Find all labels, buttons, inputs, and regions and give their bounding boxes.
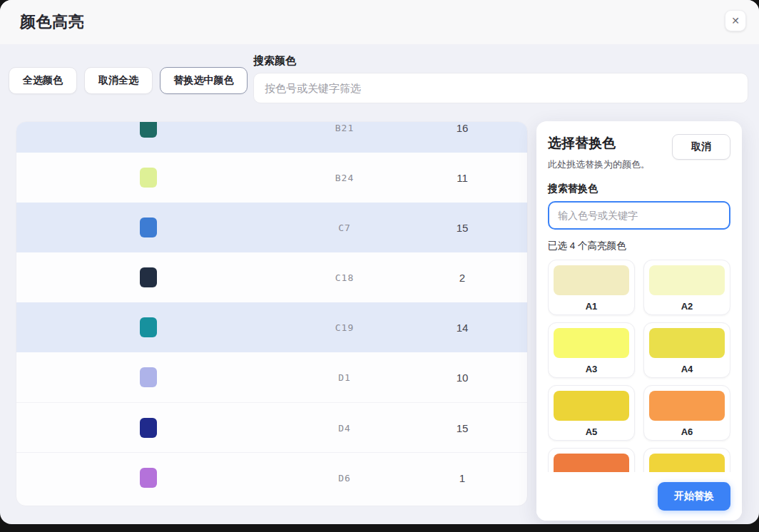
row-color-code: C7: [300, 222, 389, 233]
color-search-label: 搜索颜色: [253, 54, 748, 68]
deselect-all-button[interactable]: 取消全选: [84, 67, 153, 94]
color-highlight-dialog: 颜色高亮 ✕ 全选颜色 取消全选 替换选中颜色 搜索颜色 B21 16 B24 …: [0, 0, 759, 524]
replace-panel-titles: 选择替换色 此处挑选替换为的颜色。: [548, 134, 650, 172]
row-color-code: B24: [300, 173, 389, 183]
toolbar-buttons: 全选颜色 取消全选 替换选中颜色: [9, 67, 248, 94]
replacement-color-label: A3: [554, 364, 629, 374]
row-color-count: 2: [437, 272, 487, 284]
color-search-input[interactable]: [253, 73, 748, 103]
replacement-color-card[interactable]: A1: [548, 260, 635, 315]
replace-panel-header: 选择替换色 此处挑选替换为的颜色。 取消: [548, 134, 730, 172]
row-color-count: 14: [437, 322, 487, 334]
row-color-swatch: [140, 367, 157, 387]
replacement-color-label: A4: [649, 364, 725, 374]
replacement-color-swatch: [649, 265, 725, 295]
dialog-title: 颜色高亮: [20, 11, 84, 33]
replacement-color-label: A6: [649, 426, 725, 437]
row-color-swatch: [140, 168, 157, 188]
color-search-block: 搜索颜色: [253, 54, 748, 103]
row-color-code: C19: [300, 322, 389, 333]
row-color-count: 1: [437, 471, 487, 484]
close-icon: ✕: [731, 15, 740, 26]
color-row[interactable]: D6 1: [16, 452, 527, 502]
replace-panel: 选择替换色 此处挑选替换为的颜色。 取消 搜索替换色 已选 4 个高亮颜色 A1…: [536, 121, 742, 521]
replacement-color-card[interactable]: A4: [643, 322, 730, 378]
replacement-color-label: A1: [554, 301, 629, 312]
color-row[interactable]: B21 16: [16, 121, 527, 153]
selected-count-text: 已选 4 个高亮颜色: [548, 240, 730, 252]
row-color-swatch: [140, 218, 157, 237]
replacement-color-card[interactable]: A2: [643, 260, 730, 315]
color-row[interactable]: D4 15: [16, 402, 527, 452]
replacement-color-card[interactable]: A6: [643, 385, 730, 441]
row-color-swatch: [140, 267, 157, 287]
row-color-count: 10: [437, 372, 487, 384]
replacement-color-card[interactable]: A3: [548, 322, 635, 378]
replacement-color-swatch: [554, 454, 629, 472]
select-all-colors-button[interactable]: 全选颜色: [9, 67, 77, 94]
dialog-header: 颜色高亮 ✕: [0, 0, 759, 44]
color-list: B21 16 B24 11 C7 15 C18 2 C19 14 D1 10 D…: [16, 121, 528, 506]
toolbar: 全选颜色 取消全选 替换选中颜色 搜索颜色: [9, 54, 748, 103]
row-color-code: B21: [300, 123, 389, 133]
row-color-code: C18: [300, 272, 389, 283]
replacement-color-swatch: [649, 454, 725, 472]
row-color-swatch: [140, 121, 157, 138]
row-color-count: 16: [437, 122, 487, 134]
row-color-count: 15: [437, 222, 487, 234]
replacement-grid: A1 A2 A3 A4 A5 A6: [548, 260, 730, 472]
row-color-count: 15: [437, 421, 487, 434]
replace-selected-colors-button[interactable]: 替换选中颜色: [160, 67, 248, 94]
dialog-content: B21 16 B24 11 C7 15 C18 2 C19 14 D1 10 D…: [16, 121, 742, 521]
row-color-swatch: [140, 468, 157, 488]
replace-panel-subtitle: 此处挑选替换为的颜色。: [548, 158, 650, 172]
replacement-color-swatch: [554, 391, 629, 421]
replace-search-label: 搜索替换色: [548, 183, 730, 195]
close-button[interactable]: ✕: [725, 10, 746, 31]
start-replace-button[interactable]: 开始替换: [658, 482, 730, 511]
replacement-color-card[interactable]: [548, 448, 635, 472]
replace-panel-footer: 开始替换: [536, 472, 742, 521]
replacement-color-card[interactable]: A5: [548, 385, 635, 441]
row-color-swatch: [140, 418, 157, 438]
color-row[interactable]: B24 11: [16, 153, 527, 203]
row-color-code: D6: [300, 472, 389, 483]
replacement-color-label: A2: [649, 301, 725, 312]
replace-search-input[interactable]: [548, 201, 730, 230]
replacement-color-swatch: [649, 328, 725, 358]
color-row[interactable]: C19 14: [16, 302, 527, 352]
row-color-code: D1: [300, 372, 389, 383]
row-color-code: D4: [300, 422, 389, 433]
cancel-button[interactable]: 取消: [672, 134, 730, 160]
replacement-color-swatch: [649, 391, 725, 421]
row-color-swatch: [140, 317, 157, 337]
replacement-color-label: A5: [554, 426, 629, 437]
color-row[interactable]: D1 10: [16, 352, 527, 402]
replace-panel-title: 选择替换色: [548, 134, 650, 153]
row-color-count: 11: [437, 172, 487, 184]
color-row[interactable]: C7 15: [16, 203, 527, 252]
replacement-color-swatch: [554, 328, 629, 358]
replacement-color-swatch: [554, 265, 629, 295]
replacement-color-card[interactable]: [643, 448, 730, 472]
color-row[interactable]: C18 2: [16, 252, 527, 302]
